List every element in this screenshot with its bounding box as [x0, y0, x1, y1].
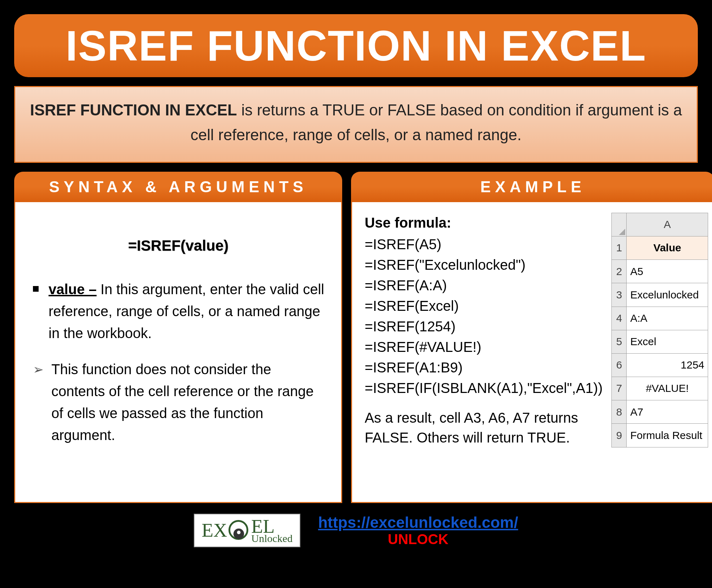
formula-line: =ISREF(A1:B9) [365, 358, 603, 377]
table-row-num: 9 [612, 424, 627, 447]
formula-line: =ISREF(#VALUE!) [365, 337, 603, 357]
example-header: EXAMPLE [351, 172, 712, 202]
table-cell: A:A [627, 307, 708, 330]
table-cell: 1254 [627, 353, 708, 377]
page-title: ISREF FUNCTION IN EXCEL [14, 14, 698, 77]
table-row-num: 7 [612, 377, 627, 400]
table-value-header: Value [627, 236, 708, 259]
description-rest: is returns a TRUE or FALSE based on cond… [191, 101, 682, 143]
table-cell: Formula Result [627, 424, 708, 447]
logo-text-left: EX [202, 522, 227, 539]
formula-line: =ISREF("Excelunlocked") [365, 255, 603, 275]
footer-url-link[interactable]: https://excelunlocked.com/ [318, 514, 518, 531]
formula-line: =ISREF(Excel) [365, 296, 603, 316]
note-text: This function does not consider the cont… [51, 358, 327, 446]
footer-unlock-label: UNLOCK [318, 531, 518, 547]
table-row-num: 3 [612, 283, 627, 307]
syntax-formula: =ISREF(value) [29, 234, 327, 257]
argument-item: value – In this argument, enter the vali… [29, 278, 327, 344]
syntax-header: SYNTAX & ARGUMENTS [14, 172, 342, 202]
logo-subtext: Unlocked [251, 533, 293, 543]
formula-line: =ISREF(A:A) [365, 275, 603, 295]
example-column: EXAMPLE Use formula: =ISREF(A5) =ISREF("… [351, 172, 712, 503]
table-row-num: 1 [612, 236, 627, 259]
table-cell: Excelunlocked [627, 283, 708, 307]
table-row-num: 4 [612, 307, 627, 330]
example-body: Use formula: =ISREF(A5) =ISREF("Excelunl… [351, 202, 712, 503]
footer: EX ELUnlocked https://excelunlocked.com/… [14, 514, 698, 548]
note-item: ➢ This function does not consider the co… [29, 358, 327, 446]
formula-line: =ISREF(IF(ISBLANK(A1),"Excel",A1)) [365, 378, 603, 398]
table-row-num: 8 [612, 400, 627, 424]
table-corner [612, 213, 627, 236]
table-cell: #VALUE! [627, 377, 708, 400]
table-row-num: 2 [612, 260, 627, 283]
bullet-square-icon [33, 286, 39, 292]
description-lead: ISREF FUNCTION IN EXCEL [30, 101, 237, 119]
arrow-icon: ➢ [33, 360, 44, 446]
formula-line: =ISREF(A5) [365, 234, 603, 254]
formula-line: =ISREF(1254) [365, 316, 603, 336]
table-col-head: A [627, 213, 708, 236]
logo-text-right: ELUnlocked [251, 518, 293, 543]
example-table: A 1 Value 2A5 3Excelunlocked 4A:A 5Excel… [611, 213, 708, 447]
logo: EX ELUnlocked [194, 514, 300, 548]
table-cell: A5 [627, 260, 708, 283]
table-row-num: 6 [612, 353, 627, 377]
table-cell: Excel [627, 330, 708, 353]
result-text: As a result, cell A3, A6, A7 returns FAL… [365, 408, 603, 447]
syntax-column: SYNTAX & ARGUMENTS =ISREF(value) value –… [14, 172, 342, 503]
table-row-num: 5 [612, 330, 627, 353]
table-cell: A7 [627, 400, 708, 424]
use-formula-label: Use formula: [365, 213, 603, 233]
syntax-body: =ISREF(value) value – In this argument, … [14, 202, 342, 503]
argument-label: value – [49, 281, 97, 297]
description-box: ISREF FUNCTION IN EXCEL is returns a TRU… [14, 86, 698, 163]
magnifier-keyhole-icon [228, 520, 250, 541]
